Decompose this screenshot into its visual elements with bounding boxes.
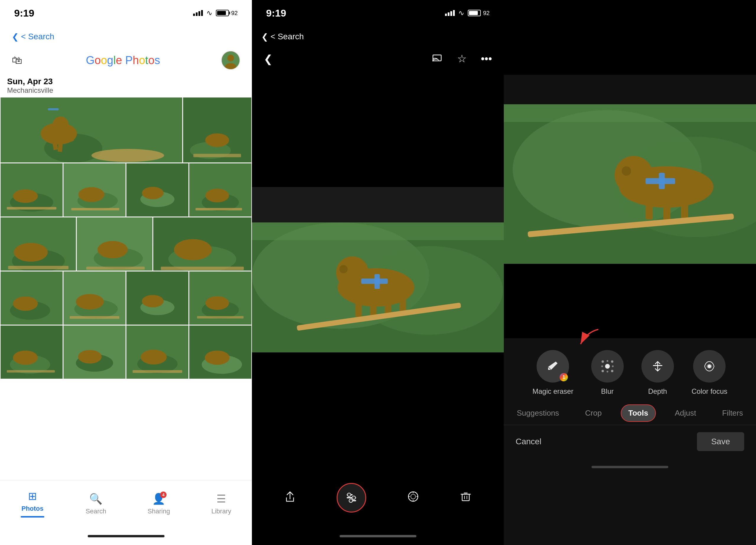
- grid-row-3: [1, 217, 251, 271]
- svg-point-66: [141, 350, 167, 365]
- panel-viewer: 9:19 ∿ 92 ❮ < Search ❮: [252, 0, 504, 545]
- list-item[interactable]: [126, 163, 188, 217]
- avatar-button[interactable]: [216, 51, 240, 70]
- status-icons: ∿ 92: [193, 9, 238, 17]
- viewer-status-icons: ∿ 92: [445, 9, 490, 17]
- list-item[interactable]: [1, 217, 76, 271]
- svg-point-103: [615, 156, 653, 194]
- more-options-icon[interactable]: •••: [481, 53, 492, 66]
- viewer-status-time: 9:19: [266, 7, 286, 19]
- list-item[interactable]: [63, 163, 126, 217]
- battery-indicator: 92: [216, 10, 238, 17]
- svg-rect-86: [374, 274, 380, 289]
- nav-item-search[interactable]: 🔍 Search: [86, 493, 106, 515]
- list-item[interactable]: [1, 271, 63, 325]
- share-icon[interactable]: [284, 491, 296, 505]
- list-item[interactable]: [153, 217, 251, 271]
- list-item[interactable]: [189, 163, 251, 217]
- home-indicator: [0, 527, 252, 545]
- list-item[interactable]: [1, 163, 63, 217]
- gallery-back-nav[interactable]: ❮ < Search: [0, 26, 252, 47]
- search-nav-icon: 🔍: [89, 493, 102, 505]
- list-item[interactable]: [183, 97, 251, 162]
- list-item[interactable]: [126, 326, 188, 379]
- tools-row: 1 Magic eraser: [504, 338, 756, 401]
- tab-adjust[interactable]: Adjust: [668, 405, 703, 421]
- bottom-nav: ⊞ Photos 🔍 Search 👤 4 Sharing ☰ Library: [0, 480, 252, 527]
- delete-icon[interactable]: [460, 491, 472, 505]
- list-item[interactable]: [1, 326, 63, 379]
- nav-item-library[interactable]: ☰ Library: [211, 493, 231, 515]
- list-item[interactable]: [63, 326, 126, 379]
- color-focus-tool[interactable]: Color focus: [692, 350, 727, 396]
- tab-filters[interactable]: Filters: [715, 405, 750, 421]
- svg-point-104: [622, 166, 631, 176]
- back-search-link[interactable]: ❮ < Search: [12, 32, 54, 42]
- red-arrow-indicator: [575, 326, 604, 350]
- magic-eraser-tool[interactable]: 1 Magic eraser: [532, 350, 573, 396]
- cart-button[interactable]: 🛍: [12, 54, 30, 66]
- nav-label-search: Search: [86, 507, 106, 515]
- list-item[interactable]: [189, 271, 251, 325]
- nav-item-photos[interactable]: ⊞ Photos: [21, 490, 44, 518]
- svg-rect-15: [193, 154, 241, 157]
- viewer-bottom-bar: [252, 468, 504, 527]
- svg-point-45: [13, 297, 38, 311]
- back-search-label: < Search: [21, 32, 54, 41]
- svg-rect-11: [48, 108, 59, 110]
- svg-point-14: [205, 134, 229, 147]
- star-icon[interactable]: ☆: [457, 53, 467, 66]
- cast-icon[interactable]: [432, 53, 443, 66]
- edit-button[interactable]: [337, 483, 366, 513]
- signal-bars-icon: [193, 10, 203, 16]
- battery-label: 92: [231, 10, 238, 17]
- save-button[interactable]: Save: [697, 432, 744, 451]
- panel-gallery: 9:19 ∿ 92 ❮ < Search 🛍 G: [0, 0, 252, 545]
- list-item[interactable]: [126, 271, 188, 325]
- grid-row-5: [1, 326, 251, 379]
- google-photos-logo: Google Photos: [30, 54, 216, 67]
- edit-tools-panel: 1 Magic eraser: [504, 338, 756, 545]
- panel-edit: 1 Magic eraser: [504, 0, 756, 545]
- svg-point-52: [142, 295, 164, 308]
- svg-rect-81: [355, 299, 362, 317]
- list-item[interactable]: [63, 271, 126, 325]
- list-item[interactable]: [1, 97, 182, 162]
- svg-point-72: [432, 60, 434, 61]
- svg-point-41: [174, 239, 212, 260]
- svg-point-93: [349, 499, 353, 502]
- depth-tool[interactable]: Depth: [641, 350, 674, 396]
- svg-point-114: [611, 360, 613, 363]
- lens-icon[interactable]: [407, 491, 419, 505]
- main-photo-area[interactable]: [252, 71, 504, 468]
- depth-label: Depth: [648, 387, 667, 396]
- list-item[interactable]: [189, 326, 251, 379]
- list-item[interactable]: [77, 217, 152, 271]
- cancel-button[interactable]: Cancel: [516, 437, 541, 446]
- photo-edit-area: [504, 0, 756, 338]
- nav-item-sharing[interactable]: 👤 4 Sharing: [148, 493, 170, 515]
- viewer-back-nav[interactable]: ❮ < Search: [252, 26, 504, 47]
- blur-tool[interactable]: Blur: [591, 350, 624, 396]
- svg-point-22: [78, 187, 104, 202]
- svg-point-10: [92, 149, 164, 162]
- svg-point-112: [605, 364, 610, 369]
- viewer-signal-icon: [445, 10, 455, 16]
- blur-label: Blur: [601, 387, 614, 396]
- svg-rect-67: [133, 370, 182, 373]
- color-focus-label: Color focus: [692, 387, 727, 396]
- svg-rect-42: [161, 267, 244, 270]
- svg-point-115: [602, 370, 604, 372]
- svg-point-91: [347, 493, 351, 497]
- svg-point-95: [411, 494, 416, 499]
- tab-suggestions[interactable]: Suggestions: [510, 405, 566, 421]
- back-button[interactable]: ❮: [264, 53, 273, 65]
- svg-rect-23: [71, 208, 119, 210]
- viewer-back-icon: ❮: [261, 32, 268, 42]
- svg-point-33: [14, 243, 48, 262]
- tab-crop[interactable]: Crop: [578, 405, 609, 421]
- tab-tools[interactable]: Tools: [621, 404, 656, 422]
- svg-point-117: [607, 360, 608, 362]
- svg-rect-106: [663, 202, 670, 222]
- viewer-wifi-icon: ∿: [458, 9, 464, 17]
